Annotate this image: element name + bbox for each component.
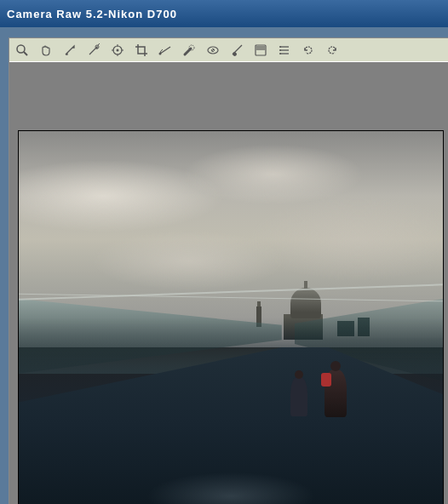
title-bar: Camera Raw 5.2 - Nikon D700 [0,0,448,27]
svg-point-5 [117,49,119,51]
photo-preview[interactable] [18,130,444,504]
redeye-icon[interactable] [205,43,221,58]
hand-icon[interactable] [38,43,54,58]
crop-icon[interactable] [134,43,149,58]
device-name: Nikon D700 [108,8,177,20]
rotate-cw-icon[interactable] [325,43,340,58]
svg-point-0 [17,45,25,53]
spot-removal-icon[interactable] [181,43,197,58]
zoom-icon[interactable] [14,43,30,58]
color-sampler-icon[interactable] [86,43,101,58]
content-frame [9,37,448,504]
svg-line-1 [24,52,27,55]
app-name: Camera Raw 5.2 [7,8,104,20]
preferences-icon[interactable] [277,43,292,58]
svg-line-3 [98,43,100,45]
svg-point-10 [159,52,162,54]
image-preview-area [9,62,448,504]
svg-point-21 [279,49,281,51]
straighten-icon[interactable] [158,43,173,58]
svg-point-22 [279,53,281,54]
targeted-adjust-icon[interactable] [110,43,125,58]
toolbar [9,38,448,62]
rotate-ccw-icon[interactable] [301,43,316,58]
svg-rect-16 [256,46,265,50]
adjustment-brush-icon[interactable] [229,43,244,58]
white-balance-icon[interactable] [62,43,78,58]
svg-point-20 [279,46,281,48]
graduated-filter-icon[interactable] [253,43,268,58]
